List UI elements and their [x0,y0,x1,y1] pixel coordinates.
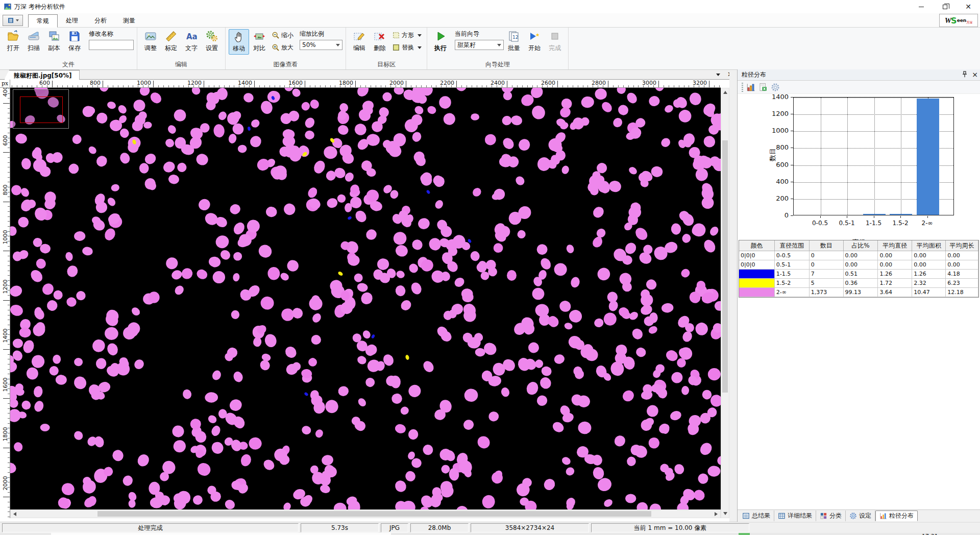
seed-image-canvas[interactable] [10,88,721,509]
chart-type-icon[interactable] [746,83,755,92]
table-row[interactable]: 0|0|00.5-100.000.000.000.00 [739,260,978,270]
ruler-minor-tick [8,265,10,266]
table-row[interactable]: 2-∞1,37399.133.6410.4712.18 [739,288,978,297]
replace-button[interactable]: 替换 [392,42,422,53]
vertical-ruler: 400600800100012001400160018002000 [0,88,10,518]
ruler-major-tick [406,81,406,87]
horizontal-scroll-thumb[interactable] [97,511,651,517]
panel-splitter[interactable] [729,70,737,522]
scroll-right-icon[interactable] [715,512,718,516]
zoom-scale-select[interactable]: 50% [300,40,342,50]
ruler-label: 1600 [283,80,303,86]
chart-y-tick-label: 800 [764,143,789,151]
document-tab[interactable]: 辣椒籽图.jpg[50%] [4,70,80,80]
table-cell: 1.72 [878,279,912,288]
horizontal-scrollbar[interactable] [10,509,721,518]
ruler-minor-tick [8,315,10,315]
ruler-minor-tick [8,148,10,148]
table-cell: 1,373 [810,288,844,297]
tab-summary-results[interactable]: 总结果 [739,510,774,521]
finish-button[interactable]: 完成 [545,29,565,54]
ruler-minor-tick [179,85,179,87]
table-header-cell: 平均周长 [946,240,978,251]
open-button[interactable]: 打开 [3,29,23,54]
pin-icon[interactable] [961,70,969,79]
batch-button[interactable]: 12 批量 [504,29,524,54]
scanner-icon [28,30,40,42]
ribbon-group-wizard: 执行 当前向导 甜菜籽 12 批量 开始 完成 向导处理 [427,28,569,69]
image-canvas-area[interactable] [10,88,721,509]
tab-particle-distribution[interactable]: 粒径分布 [875,510,918,521]
table-row[interactable]: 0|0|00-0.500.000.000.000.00 [739,251,978,260]
ruler-minor-tick [8,403,10,404]
ruler-major-tick [355,81,356,87]
ribbon-group-view: 移动 对比 缩小 放大 缩放比例 50% 图像查看 [226,28,346,69]
zoom-in-button[interactable]: 放大 [272,42,293,53]
export-excel-icon[interactable] [758,83,768,92]
ruler-major-tick [305,81,305,87]
ruler-label: 600 [31,80,50,86]
start-button[interactable]: 开始 [524,29,545,54]
ruler-icon [165,30,177,42]
scan-button[interactable]: 扫描 [23,29,44,54]
run-button[interactable]: 执行 [430,29,451,54]
navigator-overview[interactable] [13,89,69,129]
table-row[interactable]: 1-1.570.511.261.264.18 [739,270,978,279]
table-row[interactable]: 1.5-250.361.722.326.23 [739,279,978,288]
tab-analyze[interactable]: 分析 [86,14,115,28]
gear-icon [849,512,857,520]
move-button[interactable]: 移动 [229,29,249,55]
doc-list-dropdown-icon[interactable] [716,74,720,76]
tab-measure[interactable]: 测量 [115,14,143,28]
chart-y-tick [791,215,793,216]
ruler-minor-tick [315,85,315,87]
taskbar-icon [739,533,750,535]
filled-square-icon [392,43,400,52]
vertical-scrollbar[interactable] [721,88,729,518]
settings-button[interactable]: 设置 [202,29,222,54]
group-label-view: 图像查看 [226,60,346,69]
bar-chart-icon [879,512,887,520]
scroll-up-icon[interactable] [723,91,727,94]
table-cell: 0.36 [844,279,878,288]
scroll-left-icon[interactable] [13,512,16,516]
zoom-in-icon [272,43,280,52]
table-cell: 0 [810,251,844,260]
chart-y-tick-label: 600 [764,161,789,168]
save-button[interactable]: 保存 [64,29,85,54]
duplicate-button[interactable]: 副本 [44,29,64,54]
ruler-label: 3000 [637,80,656,86]
status-image-dimensions: 3584×2734×24 [471,523,589,532]
ruler-major-tick [3,448,10,448]
close-button[interactable]: ✕ [957,0,980,13]
minimize-button[interactable] [910,0,933,13]
text-button[interactable]: Aa 文字 [181,29,202,54]
tab-general[interactable]: 常规 [28,14,58,28]
adjust-button[interactable]: 调整 [140,29,161,54]
title-bar: 万深 考种分析软件 ✕ [0,0,980,13]
ruler-minor-tick [8,369,10,370]
ruler-minor-tick [8,113,10,113]
panel-close-icon[interactable]: × [972,70,978,79]
tab-process[interactable]: 处理 [58,14,86,28]
chart-x-tick-label: 0.5-1 [834,220,860,227]
restore-button[interactable] [933,0,957,13]
rename-input[interactable] [89,40,134,50]
ruler-minor-tick [8,211,10,212]
contrast-button[interactable]: 对比 [249,29,270,54]
target-edit-button[interactable]: 编辑 [349,29,370,54]
table-cell: 0.00 [844,260,878,270]
app-menu-button[interactable] [3,15,23,26]
calibrate-button[interactable]: 标定 [161,29,181,54]
wizard-select[interactable]: 甜菜籽 [455,40,504,50]
scroll-down-icon[interactable] [723,512,727,515]
target-delete-button[interactable]: 删除 [370,29,390,54]
tab-settings[interactable]: 设定 [846,510,875,521]
chart-settings-gear-icon[interactable] [771,83,780,92]
ruler-label: 800 [81,80,101,86]
tab-detailed-results[interactable]: 详细结果 [774,510,816,521]
vertical-scroll-thumb[interactable] [722,140,728,393]
zoom-out-button[interactable]: 缩小 [272,30,293,40]
square-select-button[interactable]: 方形 [392,30,422,40]
tab-classify[interactable]: 分类 [816,510,846,521]
